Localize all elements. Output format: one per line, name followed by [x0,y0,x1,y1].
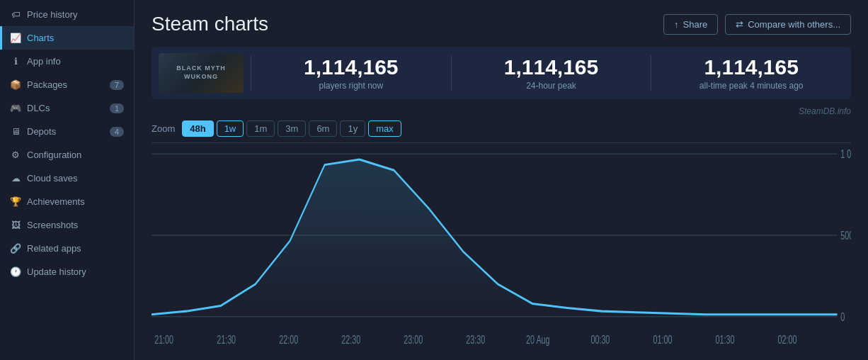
sidebar-badge-depots: 4 [110,127,124,137]
svg-text:0: 0 [840,310,845,323]
zoom-btn-6m[interactable]: 6m [309,120,337,137]
share-button[interactable]: ↑ Share [663,14,718,35]
svg-text:01:30: 01:30 [716,333,735,347]
sidebar-label-update-history: Update history [27,266,86,277]
sidebar-label-related-apps: Related apps [27,243,81,254]
sidebar-label-app-info: App info [27,56,61,67]
svg-text:21:00: 21:00 [154,333,173,347]
stat-current-players: 1,114,165 players right now [258,50,444,96]
svg-text:20 Aug: 20 Aug [526,333,549,347]
sidebar-icon-charts: 📈 [10,33,21,43]
zoom-btn-48h[interactable]: 48h [182,120,213,137]
sidebar-item-configuration[interactable]: ⚙ Configuration [0,143,134,167]
sidebar-badge-dlcs: 1 [110,103,124,113]
game-thumb-text: Black MythWukong [176,64,226,81]
sidebar-item-app-info[interactable]: ℹ App info [0,50,134,73]
sidebar-item-depots[interactable]: 🖥 Depots 4 [0,120,134,143]
sidebar-icon-cloud-saves: ☁ [10,173,21,184]
sidebar-item-cloud-saves[interactable]: ☁ Cloud saves [0,167,134,190]
main-content: Steam charts ↑ Share ⇄ Compare with othe… [135,0,868,360]
chart-controls: Zoom 48h1w1m3m6m1ymax [152,120,851,137]
sidebar: 🏷 Price history 📈 Charts ℹ App info 📦 Pa… [0,0,135,360]
sidebar-item-achievements[interactable]: 🏆 Achievements [0,190,134,213]
sidebar-label-configuration: Configuration [27,150,81,160]
page-title: Steam charts [152,13,268,35]
main-header: Steam charts ↑ Share ⇄ Compare with othe… [152,13,851,35]
chart-area: 1 000k 500k 0 21:00 21:30 22:00 22:30 23… [152,142,851,360]
attribution: SteamDB.info [152,106,851,116]
svg-text:01:00: 01:00 [653,333,672,347]
compare-icon: ⇄ [736,19,743,30]
zoom-btn-1m[interactable]: 1m [246,120,275,137]
sidebar-icon-related-apps: 🔗 [10,243,21,254]
stats-divider-3 [651,55,651,91]
sidebar-icon-price-history: 🏷 [10,9,21,20]
sidebar-icon-configuration: ⚙ [10,150,21,160]
sidebar-badge-packages: 7 [110,80,124,90]
current-players-number: 1,114,165 [258,55,444,79]
svg-text:22:30: 22:30 [341,333,360,347]
peak-24h-label: 24-hour peak [459,81,644,91]
sidebar-label-charts: Charts [27,33,54,43]
stats-bar: Black MythWukong 1,114,165 players right… [152,47,851,99]
zoom-btn-1w[interactable]: 1w [217,120,244,137]
chart-svg: 1 000k 500k 0 21:00 21:30 22:00 22:30 23… [152,143,851,360]
current-players-label: players right now [258,81,444,91]
sidebar-label-depots: Depots [27,126,56,137]
svg-text:1 000k: 1 000k [840,147,851,161]
sidebar-label-price-history: Price history [27,9,78,20]
sidebar-label-packages: Packages [27,79,67,90]
sidebar-item-dlcs[interactable]: 🎮 DLCs 1 [0,96,134,120]
peak-24h-number: 1,114,165 [459,55,644,79]
zoom-btn-1y[interactable]: 1y [340,120,365,137]
sidebar-item-screenshots[interactable]: 🖼 Screenshots [0,213,134,237]
sidebar-label-dlcs: DLCs [27,103,50,113]
sidebar-icon-app-info: ℹ [10,56,21,67]
compare-button[interactable]: ⇄ Compare with others... [725,14,851,35]
chart-area-fill [152,159,837,317]
svg-text:02:00: 02:00 [778,333,797,347]
stat-alltime-peak: 1,114,165 all-time peak 4 minutes ago [658,50,844,96]
svg-text:500k: 500k [840,229,851,242]
sidebar-item-update-history[interactable]: 🕐 Update history [0,260,134,283]
sidebar-icon-achievements: 🏆 [10,196,21,207]
sidebar-item-price-history[interactable]: 🏷 Price history [0,3,134,26]
stats-divider-2 [451,55,452,91]
sidebar-label-cloud-saves: Cloud saves [27,173,78,184]
sidebar-item-related-apps[interactable]: 🔗 Related apps [0,237,134,260]
sidebar-item-packages[interactable]: 📦 Packages 7 [0,73,134,96]
sidebar-icon-depots: 🖥 [10,126,21,137]
stat-24h-peak: 1,114,165 24-hour peak [459,50,644,96]
header-buttons: ↑ Share ⇄ Compare with others... [663,14,851,35]
svg-text:23:00: 23:00 [404,333,423,347]
alltime-peak-label: all-time peak 4 minutes ago [658,81,844,91]
sidebar-label-achievements: Achievements [27,196,85,207]
sidebar-icon-screenshots: 🖼 [10,220,21,230]
svg-text:21:30: 21:30 [217,333,236,347]
alltime-peak-number: 1,114,165 [658,55,844,79]
zoom-btn-3m[interactable]: 3m [278,120,306,137]
svg-text:00:30: 00:30 [590,333,610,347]
zoom-btn-max[interactable]: max [368,120,401,137]
sidebar-icon-packages: 📦 [10,79,21,90]
sidebar-icon-dlcs: 🎮 [10,103,21,113]
sidebar-item-charts[interactable]: 📈 Charts [0,26,134,50]
sidebar-icon-update-history: 🕐 [10,266,21,277]
stats-divider-1 [251,55,251,91]
svg-text:22:00: 22:00 [279,333,298,347]
sidebar-label-screenshots: Screenshots [27,220,78,230]
share-icon: ↑ [674,19,679,30]
game-thumbnail: Black MythWukong [159,53,244,93]
zoom-label: Zoom [152,123,175,134]
svg-text:23:30: 23:30 [466,333,485,347]
